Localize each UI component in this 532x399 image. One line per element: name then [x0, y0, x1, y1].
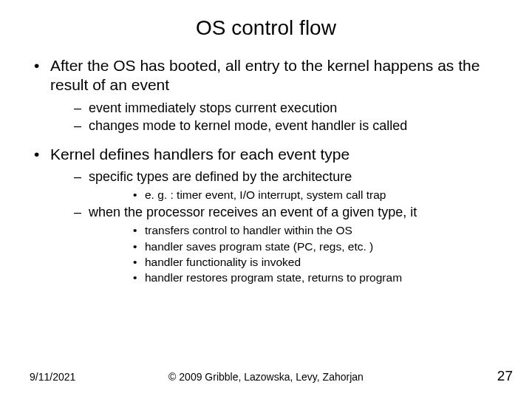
bullet-text: e. g. : timer event, I/O interrupt, syst… [89, 188, 504, 202]
bullet-text: After the OS has booted, all entry to th… [50, 57, 480, 93]
bullet-receives-event: when the processor receives an event of … [50, 204, 504, 285]
bullet-text: handler functionality is invoked [89, 255, 504, 269]
bullet-list-l2: event immediately stops current executio… [50, 100, 504, 134]
footer-page-number: 27 [497, 368, 513, 384]
bullet-text: changes mode to kernel mode, event handl… [50, 117, 504, 134]
bullet-list-l1: After the OS has booted, all entry to th… [28, 56, 504, 285]
bullet-text: Kernel defines handlers for each event t… [50, 146, 349, 163]
bullet-text: handler restores program state, returns … [89, 270, 504, 284]
bullet-handlers: Kernel defines handlers for each event t… [28, 145, 504, 285]
bullet-specific-types: specific types are defined by the archit… [50, 168, 504, 202]
bullet-text: transfers control to handler within the … [89, 223, 504, 237]
slide-body: After the OS has booted, all entry to th… [0, 56, 532, 285]
bullet-entry-kernel: After the OS has booted, all entry to th… [28, 56, 504, 134]
slide-title: OS control flow [0, 0, 532, 50]
bullet-list-l3: transfers control to handler within the … [89, 223, 504, 285]
bullet-text: event immediately stops current executio… [50, 100, 504, 117]
footer-copyright: © 2009 Gribble, Lazowska, Levy, Zahorjan [0, 371, 532, 383]
bullet-list-l2: specific types are defined by the archit… [50, 168, 504, 285]
bullet-text: specific types are defined by the archit… [89, 169, 352, 184]
bullet-text: handler saves program state (PC, regs, e… [89, 239, 504, 253]
slide: OS control flow After the OS has booted,… [0, 0, 532, 399]
bullet-list-l3: e. g. : timer event, I/O interrupt, syst… [89, 188, 504, 202]
bullet-text: when the processor receives an event of … [89, 205, 417, 219]
